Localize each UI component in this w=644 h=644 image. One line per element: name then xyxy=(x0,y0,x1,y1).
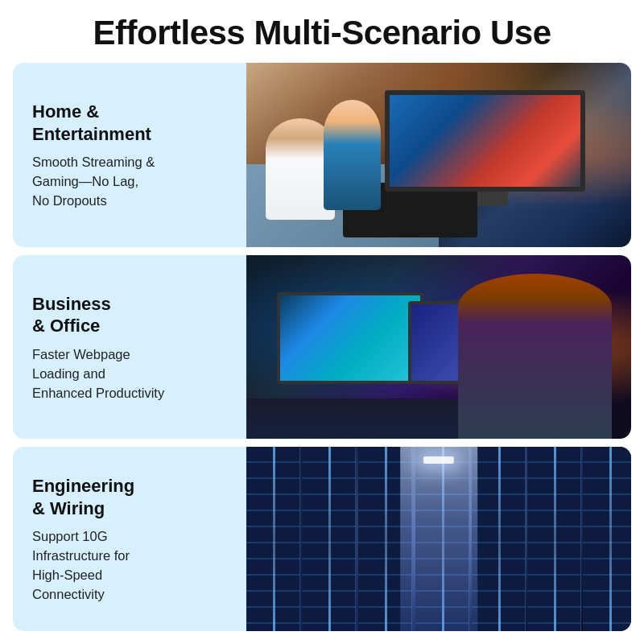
card-engineering-title: Engineering& Wiring xyxy=(32,475,230,519)
card-office-desc: Faster WebpageLoading andEnhanced Produc… xyxy=(32,345,230,403)
cards-wrapper: Home &Entertainment Smooth Streaming &Ga… xyxy=(13,63,631,631)
card-engineering: Engineering& Wiring Support 10GInfrastru… xyxy=(13,447,631,631)
card-home: Home &Entertainment Smooth Streaming &Ga… xyxy=(13,63,631,247)
card-office-text: Business& Office Faster WebpageLoading a… xyxy=(13,255,246,440)
card-home-image xyxy=(246,63,631,247)
card-engineering-text: Engineering& Wiring Support 10GInfrastru… xyxy=(13,447,246,631)
card-home-title: Home &Entertainment xyxy=(32,101,230,145)
card-home-desc: Smooth Streaming &Gaming—No Lag,No Dropo… xyxy=(32,153,230,211)
card-office: Business& Office Faster WebpageLoading a… xyxy=(13,255,631,440)
page-container: Effortless Multi-Scenario Use Home &Ente… xyxy=(0,0,644,644)
card-home-text: Home &Entertainment Smooth Streaming &Ga… xyxy=(13,63,246,247)
card-office-title: Business& Office xyxy=(32,293,230,337)
card-engineering-desc: Support 10GInfrastructure forHigh-SpeedC… xyxy=(32,527,230,605)
card-engineering-image xyxy=(246,447,631,631)
card-office-image xyxy=(246,255,631,440)
page-title: Effortless Multi-Scenario Use xyxy=(13,14,631,52)
